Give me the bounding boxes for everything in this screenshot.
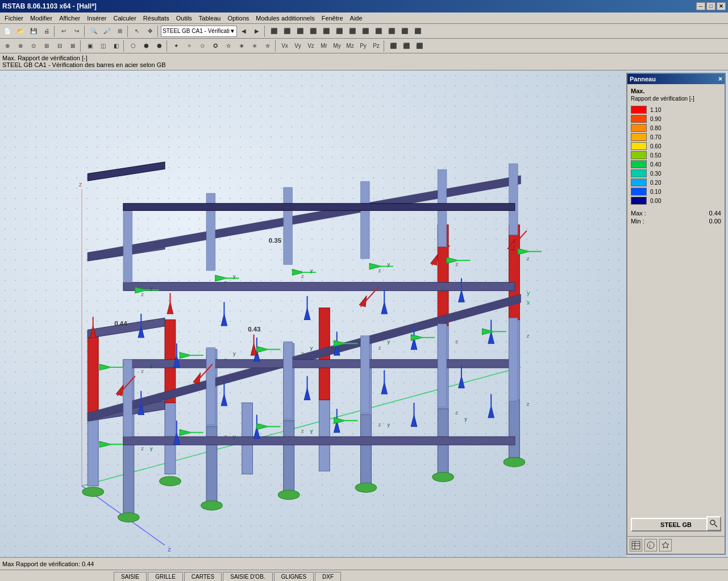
tb2-b26[interactable]: Mz bbox=[344, 40, 356, 52]
tb2-b8[interactable]: ◫ bbox=[97, 40, 109, 52]
svg-rect-6 bbox=[319, 400, 330, 471]
menu-fichier[interactable]: Fichier bbox=[1, 14, 27, 23]
tab-grille[interactable]: GRILLE bbox=[148, 572, 183, 581]
tb2-b9[interactable]: ◧ bbox=[110, 40, 122, 52]
menu-aide[interactable]: Aide bbox=[347, 14, 366, 23]
tb-extra5[interactable]: ⬛ bbox=[320, 25, 332, 38]
new-button[interactable]: 📄 bbox=[1, 25, 14, 38]
tb2-b2[interactable]: ⊗ bbox=[14, 40, 27, 52]
tb2-b12[interactable]: ⬣ bbox=[153, 40, 165, 52]
tb2-b1[interactable]: ⊕ bbox=[1, 40, 14, 52]
tb2-b19[interactable]: ✭ bbox=[248, 40, 261, 52]
save-button[interactable]: 💾 bbox=[27, 25, 40, 38]
legend-row: 0.90 bbox=[631, 114, 721, 123]
menu-resultats[interactable]: Résultats bbox=[140, 14, 173, 23]
menu-outils[interactable]: Outils bbox=[173, 14, 195, 23]
redo-button[interactable]: ↪ bbox=[70, 25, 83, 38]
tb-extra8[interactable]: ⬛ bbox=[359, 25, 372, 38]
menu-modifier[interactable]: Modifier bbox=[27, 14, 56, 23]
tb2-b20[interactable]: ✮ bbox=[261, 40, 274, 52]
tb2-b17[interactable]: ✫ bbox=[222, 40, 235, 52]
legend-value: 0.30 bbox=[650, 171, 661, 177]
menu-tableau[interactable]: Tableau bbox=[195, 14, 224, 23]
tb2-b23[interactable]: Vz bbox=[305, 40, 317, 52]
tb2-b25[interactable]: My bbox=[331, 40, 343, 52]
select-button[interactable]: ↖ bbox=[131, 25, 143, 38]
tb2-b22[interactable]: Vy bbox=[292, 40, 304, 52]
open-button[interactable]: 📂 bbox=[14, 25, 27, 38]
menu-options[interactable]: Options bbox=[224, 14, 252, 23]
tb-extra10[interactable]: ⬛ bbox=[385, 25, 398, 38]
tb2-b30[interactable]: ⬛ bbox=[400, 40, 413, 52]
close-button[interactable]: ✕ bbox=[717, 2, 726, 10]
tb2-b3[interactable]: ⊙ bbox=[27, 40, 40, 52]
structure-svg: 0.35 0.44 0.43 y x z z z z z z z z z z z… bbox=[0, 70, 626, 557]
tb-extra3[interactable]: ⬛ bbox=[294, 25, 306, 38]
tb2-b4[interactable]: ⊞ bbox=[40, 40, 53, 52]
svg-point-50 bbox=[278, 490, 299, 500]
undo-button[interactable]: ↩ bbox=[57, 25, 70, 38]
tb2-b5[interactable]: ⊟ bbox=[53, 40, 66, 52]
menu-inserer[interactable]: Insérer bbox=[84, 14, 110, 23]
legend-color-swatch bbox=[631, 169, 647, 177]
titlebar-controls: ─ □ ✕ bbox=[696, 2, 726, 10]
tb2-b28[interactable]: Pz bbox=[370, 40, 382, 52]
menu-afficher[interactable]: Afficher bbox=[56, 14, 84, 23]
tab-cartes[interactable]: CARTES bbox=[184, 572, 222, 581]
tb2-b14[interactable]: ✧ bbox=[183, 40, 195, 52]
zoom-out-button[interactable]: 🔎 bbox=[101, 25, 113, 38]
print-button[interactable]: 🖨 bbox=[40, 25, 53, 38]
legend-color-swatch bbox=[631, 106, 647, 114]
next-button[interactable]: ▶ bbox=[251, 25, 263, 38]
tb-extra9[interactable]: ⬛ bbox=[372, 25, 385, 38]
tb-extra12[interactable]: ⬛ bbox=[411, 25, 424, 38]
tb2-b11[interactable]: ⬢ bbox=[140, 40, 152, 52]
svg-text:z: z bbox=[224, 356, 227, 363]
tb2-b31[interactable]: ⬛ bbox=[413, 40, 426, 52]
panel-stats: Max : 0.44 Min : 0.00 bbox=[631, 210, 721, 225]
legend-color-swatch bbox=[631, 160, 647, 168]
viewport-3d[interactable]: 0.35 0.44 0.43 y x z z z z z z z z z z z… bbox=[0, 70, 626, 557]
tb-extra1[interactable]: ⬛ bbox=[268, 25, 280, 38]
menu-calculer[interactable]: Calculer bbox=[110, 14, 139, 23]
menu-fenetre[interactable]: Fenêtre bbox=[318, 14, 347, 23]
panel-settings-button[interactable] bbox=[659, 539, 672, 551]
zoom-all-button[interactable]: ⊞ bbox=[114, 25, 126, 38]
panel-table-button[interactable] bbox=[630, 539, 642, 551]
tb2-b29[interactable]: ⬛ bbox=[387, 40, 400, 52]
tb2-b13[interactable]: ✦ bbox=[170, 40, 182, 52]
panel-search-button[interactable] bbox=[706, 516, 721, 531]
prev-button[interactable]: ◀ bbox=[238, 25, 250, 38]
tab-saisie-ob[interactable]: SAISIE D'OB. bbox=[223, 572, 272, 581]
tb2-b15[interactable]: ✩ bbox=[196, 40, 209, 52]
tb2-b16[interactable]: ✪ bbox=[209, 40, 222, 52]
min-value: 0.00 bbox=[709, 218, 721, 225]
legend-color-swatch bbox=[631, 133, 647, 141]
tb2-b18[interactable]: ✬ bbox=[235, 40, 248, 52]
tb2-b7[interactable]: ▣ bbox=[84, 40, 96, 52]
legend-value: 0.50 bbox=[650, 152, 661, 159]
case-dropdown[interactable]: STEEL GB CA1 - Vérificati ▼ bbox=[161, 26, 237, 37]
tb-extra7[interactable]: ⬛ bbox=[346, 25, 359, 38]
svg-marker-43 bbox=[509, 164, 518, 235]
tb-extra11[interactable]: ⬛ bbox=[398, 25, 411, 38]
tb2-b24[interactable]: Mr bbox=[318, 40, 330, 52]
panel-close-button[interactable]: × bbox=[718, 75, 722, 83]
tb-extra2[interactable]: ⬛ bbox=[281, 25, 293, 38]
tb2-b21[interactable]: Vx bbox=[278, 40, 291, 52]
maximize-button[interactable]: □ bbox=[706, 2, 715, 10]
tb2-b6[interactable]: ⊠ bbox=[66, 40, 79, 52]
menu-modules[interactable]: Modules additionnels bbox=[252, 14, 318, 23]
tb2-b10[interactable]: ⬡ bbox=[127, 40, 139, 52]
tab-glignes[interactable]: GLIGNES bbox=[274, 572, 314, 581]
tab-saisie[interactable]: SAISIE bbox=[114, 572, 147, 581]
tb2-b27[interactable]: Py bbox=[357, 40, 369, 52]
tb-extra6[interactable]: ⬛ bbox=[333, 25, 346, 38]
move-button[interactable]: ✥ bbox=[144, 25, 156, 38]
tb-extra4[interactable]: ⬛ bbox=[307, 25, 319, 38]
tab-dxf[interactable]: DXF bbox=[315, 572, 341, 581]
panel-info-button[interactable]: i bbox=[644, 539, 657, 551]
zoom-in-button[interactable]: 🔍 bbox=[88, 25, 100, 38]
minimize-button[interactable]: ─ bbox=[696, 2, 705, 10]
status-bar: Max Rapport de vérification: 0.44 bbox=[0, 557, 728, 570]
